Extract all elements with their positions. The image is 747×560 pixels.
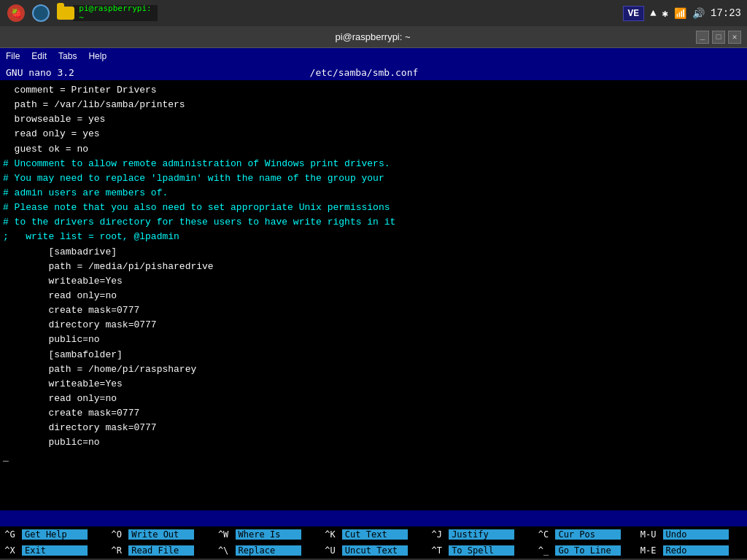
shortcut-label-0-2: Where Is: [236, 529, 301, 540]
browser-icon[interactable]: [31, 3, 51, 23]
terminal-title: pi@raspberrypi: ~: [50, 31, 696, 42]
nano-version: GNU nano 3.2: [6, 67, 74, 78]
audio-icon: 🔊: [692, 7, 705, 20]
shortcut-key-1-3: ^U: [320, 545, 342, 556]
nano-header: GNU nano 3.2 /etc/samba/smb.conf: [0, 64, 747, 80]
system-bar: 🍓 $_ pi@raspberrypi: ~ VE ▲ ✱ 📶 🔊 17:23: [0, 0, 747, 26]
shortcut-item-1-4[interactable]: ^T To Spell: [427, 542, 533, 559]
shortcut-label-0-0: Get Help: [22, 529, 88, 540]
shortcut-key-0-2: ^W: [214, 529, 236, 540]
nano-shortcuts: ^G Get Help^O Write Out^W Where Is^K Cut…: [0, 526, 747, 559]
content-line-17: directory mask=0777: [0, 318, 747, 332]
window-controls: _ □ ✕: [696, 31, 741, 44]
shortcut-item-1-1[interactable]: ^R Read File: [107, 542, 213, 559]
content-line-18: public=no: [0, 332, 747, 347]
menu-edit[interactable]: Edit: [31, 51, 47, 61]
content-line-24: create mask=0777: [0, 406, 747, 421]
shortcut-label-1-2: Replace: [236, 545, 301, 556]
content-line-10: ; write list = root, @lpadmin: [0, 230, 747, 244]
shortcut-item-0-1[interactable]: ^O Write Out: [107, 526, 213, 542]
terminal-titlebar: pi@raspberrypi: ~ _ □ ✕: [0, 26, 747, 48]
shortcut-key-1-2: ^\: [214, 545, 236, 556]
content-line-21: path = /home/pi/raspsharey: [0, 362, 747, 377]
content-line-29: _: [0, 451, 747, 465]
content-line-7: # admin users are members of.: [0, 186, 747, 201]
nano-statusbar: [0, 510, 747, 526]
shortcut-key-0-4: ^J: [427, 529, 449, 540]
shortcut-key-0-0: ^G: [0, 529, 22, 540]
system-bar-left: 🍓 $_ pi@raspberrypi: ~: [6, 3, 125, 23]
shortcut-label-0-6: Undo: [663, 529, 729, 540]
nano-content[interactable]: comment = Printer Drivers path = /var/li…: [0, 80, 747, 510]
shortcut-label-1-0: Exit: [22, 545, 88, 556]
content-line-6: # You may need to replace 'lpadmin' with…: [0, 171, 747, 186]
content-line-15: read only=no: [0, 289, 747, 303]
shortcut-item-0-2[interactable]: ^W Where Is: [214, 526, 320, 542]
shortcut-row-1: ^G Get Help^O Write Out^W Where Is^K Cut…: [0, 526, 747, 542]
shortcut-row-2: ^X Exit^R Read File^\ Replace^U Uncut Te…: [0, 542, 747, 559]
wifi-icon: 📶: [674, 7, 686, 20]
shortcut-item-1-2[interactable]: ^\ Replace: [214, 542, 320, 559]
shortcut-key-0-6: M-U: [640, 529, 663, 540]
content-line-0: comment = Printer Drivers: [0, 83, 747, 98]
content-line-1: path = /var/lib/samba/printers: [0, 98, 747, 112]
shortcut-key-0-1: ^O: [107, 529, 128, 540]
shortcut-item-1-5[interactable]: ^_ Go To Line: [533, 542, 640, 559]
shortcut-label-1-4: To Spell: [449, 545, 514, 556]
shortcut-key-1-1: ^R: [107, 545, 128, 556]
content-line-20: [sambafolder]: [0, 348, 747, 362]
content-line-22: writeable=Yes: [0, 377, 747, 392]
ve-badge: VE: [623, 6, 645, 21]
menu-tabs[interactable]: Tabs: [58, 51, 77, 61]
shortcut-label-1-1: Read File: [128, 545, 194, 556]
content-line-23: read only=no: [0, 392, 747, 406]
clock: 17:23: [711, 7, 741, 19]
menu-help[interactable]: Help: [88, 51, 107, 61]
bluetooth-icon: ▲: [650, 7, 656, 19]
content-line-26: public=no: [0, 435, 747, 450]
shortcut-key-0-3: ^K: [320, 529, 342, 540]
content-line-13: path = /media/pi/pisharedrive: [0, 260, 747, 274]
content-line-16: create mask=0777: [0, 303, 747, 318]
shortcut-item-0-3[interactable]: ^K Cut Text: [320, 526, 427, 542]
shortcut-label-0-3: Cut Text: [342, 529, 408, 540]
shortcut-key-1-5: ^_: [533, 545, 555, 556]
content-line-9: # to the drivers directory for these use…: [0, 215, 747, 230]
menu-file[interactable]: File: [6, 51, 20, 61]
content-line-4: guest ok = no: [0, 142, 747, 157]
shortcut-item-1-0[interactable]: ^X Exit: [0, 542, 107, 559]
shortcut-item-0-6[interactable]: M-U Undo: [640, 526, 747, 542]
content-line-12: [sambadrive]: [0, 245, 747, 260]
content-line-8: # Please note that you also need to set …: [0, 201, 747, 215]
shortcut-label-1-6: Redo: [663, 545, 729, 556]
shortcut-label-1-5: Go To Line: [555, 545, 621, 556]
close-button[interactable]: ✕: [728, 31, 741, 44]
system-bar-right: VE ▲ ✱ 📶 🔊 17:23: [623, 6, 741, 21]
raspberry-pi-icon[interactable]: 🍓: [6, 3, 26, 23]
content-line-14: writeable=Yes: [0, 274, 747, 289]
shortcut-item-1-3[interactable]: ^U Uncut Text: [320, 542, 427, 559]
shortcut-key-1-6: M-E: [640, 545, 663, 556]
shortcut-item-1-6[interactable]: M-E Redo: [640, 542, 747, 559]
content-line-5: # Uncomment to allow remote administrati…: [0, 157, 747, 171]
nano-menubar: File Edit Tabs Help: [0, 48, 747, 64]
shortcut-label-0-4: Justify: [449, 529, 514, 540]
nano-filename: /etc/samba/smb.conf: [310, 67, 419, 78]
shortcut-item-0-5[interactable]: ^C Cur Pos: [533, 526, 640, 542]
terminal-label-icon[interactable]: pi@raspberrypi: ~: [105, 3, 125, 23]
shortcut-label-0-5: Cur Pos: [555, 529, 621, 540]
maximize-button[interactable]: □: [712, 31, 725, 44]
shortcut-key-1-0: ^X: [0, 545, 22, 556]
shortcut-key-1-4: ^T: [427, 545, 449, 556]
shortcut-key-0-5: ^C: [533, 529, 555, 540]
shortcut-item-0-4[interactable]: ^J Justify: [427, 526, 533, 542]
shortcut-label-0-1: Write Out: [128, 529, 194, 540]
shortcut-label-1-3: Uncut Text: [342, 545, 408, 556]
terminal-window: pi@raspberrypi: ~ _ □ ✕ File Edit Tabs H…: [0, 26, 747, 559]
content-line-2: browseable = yes: [0, 112, 747, 127]
content-line-25: directory mask=0777: [0, 421, 747, 435]
shortcut-item-0-0[interactable]: ^G Get Help: [0, 526, 107, 542]
bluetooth-symbol: ✱: [662, 7, 668, 20]
minimize-button[interactable]: _: [696, 31, 709, 44]
content-line-3: read only = yes: [0, 127, 747, 141]
